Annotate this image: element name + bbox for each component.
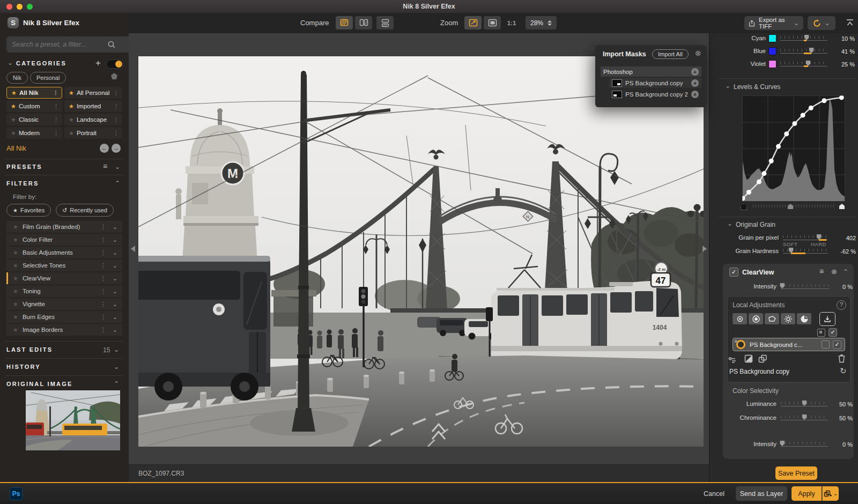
compare-single-button[interactable] bbox=[336, 16, 353, 29]
kebab-icon[interactable]: ⋮ bbox=[100, 288, 108, 295]
chevron-down-icon[interactable]: ⌄ bbox=[113, 249, 117, 256]
search-input[interactable] bbox=[6, 36, 144, 53]
duplicate-layer-icon[interactable] bbox=[758, 354, 767, 363]
mask-row[interactable]: PS Background copy 2 + bbox=[609, 89, 701, 99]
invert-mask-icon[interactable] bbox=[744, 354, 753, 363]
star-icon[interactable]: ★ bbox=[13, 236, 18, 243]
kebab-icon[interactable]: ⋮ bbox=[100, 249, 108, 256]
favorites-filter-pill[interactable]: ★ Favorites bbox=[6, 204, 51, 217]
layer-preview-toggle[interactable] bbox=[822, 340, 830, 349]
stepper-arrows-icon[interactable] bbox=[548, 20, 552, 26]
clearview-menu-icon[interactable]: ≡ bbox=[819, 267, 824, 276]
original-image-collapse-icon[interactable]: ⌃ bbox=[114, 380, 119, 388]
presets-menu-icon[interactable]: ≡ bbox=[103, 162, 107, 171]
apply-options-button[interactable]: ⌄ bbox=[822, 486, 839, 501]
kebab-icon[interactable]: ⋮ bbox=[113, 103, 121, 110]
star-icon[interactable]: ★ bbox=[13, 224, 18, 231]
export-as-tiff-button[interactable]: Export as TIFF ⌄ bbox=[744, 16, 803, 30]
add-category-icon[interactable]: + bbox=[95, 58, 101, 69]
violet-swatch[interactable] bbox=[768, 60, 776, 68]
kebab-icon[interactable]: ⋮ bbox=[100, 314, 108, 321]
filter-burn-edges[interactable]: ★ Burn Edges ⋮ ⌄ bbox=[6, 311, 122, 323]
zoom-value-stepper[interactable]: 28% bbox=[526, 16, 557, 29]
rename-layer-icon[interactable] bbox=[728, 356, 737, 364]
grain-hardness-slider[interactable] bbox=[783, 247, 828, 255]
violet-slider[interactable] bbox=[780, 60, 827, 68]
star-icon[interactable]: ★ bbox=[69, 103, 74, 110]
compare-split-vertical-button[interactable] bbox=[355, 16, 372, 29]
filter-basic-adjustments[interactable]: ★ Basic Adjustments ⋮ ⌄ bbox=[6, 247, 122, 258]
highlights-thumb[interactable] bbox=[839, 204, 845, 209]
chip-personal[interactable]: Personal bbox=[30, 72, 66, 84]
add-mask-icon[interactable]: + bbox=[691, 79, 699, 87]
all-layers-checkbox[interactable]: ✓ bbox=[829, 328, 837, 337]
apply-button[interactable]: Apply bbox=[792, 486, 822, 501]
star-icon[interactable]: ★ bbox=[11, 103, 16, 110]
category-all-personal[interactable]: ★ All Personal ⋮ bbox=[64, 87, 122, 99]
kebab-icon[interactable]: ⋮ bbox=[53, 130, 61, 137]
luminosity-mask-tool-button[interactable] bbox=[781, 313, 795, 324]
pentagon-icon[interactable] bbox=[111, 73, 117, 79]
chevron-down-icon[interactable]: ⌄ bbox=[113, 327, 117, 333]
star-icon[interactable]: ★ bbox=[11, 90, 17, 97]
add-mask-icon[interactable]: + bbox=[691, 68, 699, 76]
original-image-thumbnail[interactable] bbox=[26, 390, 120, 450]
mask-preview-toggle[interactable] bbox=[817, 329, 825, 337]
main-photo[interactable]: FERENCZ JÓZSEF-HID M bbox=[138, 56, 704, 447]
mask-group-row[interactable]: Photoshop + bbox=[601, 66, 701, 77]
clearview-collapse-icon[interactable]: ⌃ bbox=[843, 268, 848, 276]
chevron-down-icon[interactable]: ⌄ bbox=[113, 314, 117, 321]
close-icon[interactable]: ⊗ bbox=[695, 49, 701, 57]
previous-category-button[interactable]: ← bbox=[100, 144, 109, 153]
zoom-fill-button[interactable] bbox=[484, 16, 501, 29]
import-all-button[interactable]: Import All bbox=[652, 49, 689, 59]
zoom-fit-button[interactable] bbox=[464, 16, 482, 29]
filter-vignette[interactable]: ★ Vignette ⋮ ⌄ bbox=[6, 298, 122, 310]
zoom-one-to-one-button[interactable]: 1:1 bbox=[503, 16, 520, 29]
reset-layer-icon[interactable]: ↻ bbox=[840, 366, 847, 376]
mask-row[interactable]: PS Background copy + bbox=[609, 78, 701, 88]
filter-clearview[interactable]: ★ ClearView ⋮ ⌄ bbox=[6, 272, 122, 284]
star-icon[interactable]: ★ bbox=[11, 116, 16, 123]
kebab-icon[interactable]: ⋮ bbox=[53, 116, 61, 123]
blue-slider[interactable] bbox=[780, 47, 827, 55]
filter-selective-tones[interactable]: ★ Selective Tones ⋮ ⌄ bbox=[6, 260, 122, 271]
star-icon[interactable]: ★ bbox=[69, 116, 74, 123]
delete-layer-icon[interactable] bbox=[838, 354, 846, 363]
grain-collapse-icon[interactable]: ⌄ bbox=[727, 220, 733, 227]
kebab-icon[interactable]: ⋮ bbox=[113, 130, 121, 137]
grain-per-pixel-slider[interactable] bbox=[783, 234, 828, 241]
kebab-icon[interactable]: ⋮ bbox=[53, 90, 60, 97]
bottom-intensity-slider[interactable] bbox=[781, 440, 828, 448]
category-imported[interactable]: ★ Imported ⋮ bbox=[64, 100, 122, 112]
cyan-slider[interactable] bbox=[780, 34, 827, 42]
luminance-slider[interactable] bbox=[781, 400, 828, 407]
star-icon[interactable]: ★ bbox=[13, 288, 18, 295]
star-icon[interactable]: ★ bbox=[13, 327, 18, 333]
filters-collapse-icon[interactable]: ⌃ bbox=[115, 180, 120, 187]
kebab-icon[interactable]: ⋮ bbox=[100, 236, 108, 243]
chevron-down-icon[interactable]: ⌄ bbox=[113, 275, 117, 282]
category-custom[interactable]: ★ Custom ⋮ bbox=[6, 100, 62, 112]
star-icon[interactable]: ★ bbox=[11, 130, 16, 137]
add-mask-icon[interactable]: + bbox=[691, 91, 699, 98]
categories-collapse-icon[interactable]: ⌄ bbox=[8, 59, 13, 66]
star-icon[interactable]: ★ bbox=[13, 301, 18, 308]
compare-split-horizontal-button[interactable] bbox=[376, 16, 394, 29]
categories-toggle[interactable] bbox=[106, 60, 123, 69]
recently-used-filter-pill[interactable]: ↺ Recently used bbox=[56, 204, 114, 217]
kebab-icon[interactable]: ⋮ bbox=[100, 224, 108, 231]
sync-dropdown-icon[interactable]: ⌄ bbox=[824, 19, 830, 27]
import-masks-button[interactable] bbox=[819, 312, 835, 326]
chevron-down-icon[interactable]: ⌄ bbox=[113, 236, 117, 243]
levels-collapse-icon[interactable]: ⌄ bbox=[725, 82, 730, 90]
next-category-button[interactable]: → bbox=[112, 144, 121, 153]
levels-curves-chart[interactable] bbox=[742, 95, 845, 202]
star-icon[interactable]: ★ bbox=[69, 130, 74, 137]
history-collapse-icon[interactable]: ⌄ bbox=[114, 363, 119, 370]
chevron-down-icon[interactable]: ⌄ bbox=[113, 288, 117, 295]
blue-swatch[interactable] bbox=[768, 47, 776, 55]
category-landscape[interactable]: ★ Landscape ⋮ bbox=[64, 114, 122, 125]
help-icon[interactable]: ? bbox=[837, 300, 846, 310]
kebab-icon[interactable]: ⋮ bbox=[100, 275, 108, 282]
